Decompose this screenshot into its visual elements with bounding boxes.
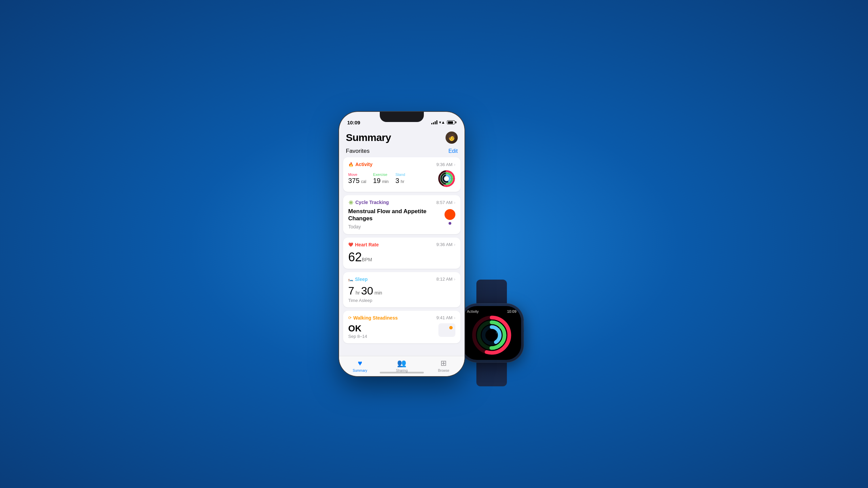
- cycle-title: Cycle Tracking: [355, 200, 389, 205]
- tab-sharing[interactable]: 👥 Sharing: [381, 359, 422, 372]
- heart-timestamp: 9:36 AM: [436, 242, 453, 247]
- walking-text: OK Sep 8–14: [348, 323, 367, 339]
- watch-time: 10:09: [507, 309, 516, 313]
- summary-tab-icon: ♥: [358, 359, 362, 368]
- svg-text:↑: ↑: [496, 331, 497, 335]
- heart-time: 9:36 AM ›: [436, 242, 455, 247]
- walking-card-header: ⟳ Walking Steadiness 9:41 AM ›: [348, 315, 455, 321]
- heart-chevron-icon: ›: [454, 242, 455, 247]
- cycle-card-header: ✳️ Cycle Tracking 8:57 AM ›: [348, 200, 455, 205]
- cycle-timestamp: 8:57 AM: [436, 200, 453, 205]
- sleep-min-unit: min: [373, 290, 382, 296]
- sleep-minutes-value: 30: [361, 285, 373, 297]
- status-time: 10:09: [347, 120, 360, 125]
- activity-time: 9:36 AM ›: [436, 162, 455, 167]
- sleep-value-row: 7 hr 30 min: [348, 285, 455, 297]
- watch-body: Activity 10:09: [459, 303, 524, 363]
- page-title: Summary: [346, 132, 391, 143]
- iphone-screen: 10:09 ▾▲ Summary 🧑: [339, 112, 465, 376]
- walking-time: 9:41 AM ›: [436, 315, 455, 320]
- sleep-icon: 🛏️: [348, 277, 353, 282]
- notch: [380, 112, 424, 122]
- activity-card-header: 🔥 Activity 9:36 AM ›: [348, 162, 455, 167]
- watch-container: Activity 10:09: [454, 280, 529, 369]
- walking-date-range: Sep 8–14: [348, 334, 367, 339]
- scene: 10:09 ▾▲ Summary 🧑: [339, 112, 529, 376]
- cycle-indicator: [445, 209, 455, 225]
- heart-rate-unit: BPM: [362, 257, 372, 262]
- watch-band-top: [476, 280, 507, 303]
- stand-metric: Stand 3 hr: [395, 172, 405, 185]
- sleep-time: 8:12 AM ›: [436, 277, 455, 282]
- activity-title: Activity: [355, 162, 373, 167]
- watch-screen: Activity 10:09: [462, 306, 521, 360]
- watch-status-bar: Activity 10:09: [462, 306, 521, 315]
- heart-card-header: ❤️ Heart Rate 9:36 AM ›: [348, 242, 455, 247]
- cycle-time: 8:57 AM ›: [436, 200, 455, 205]
- cycle-description: Menstrual Flow and Appetite Changes: [348, 208, 445, 222]
- heart-rate-value: 62: [348, 250, 362, 264]
- sleep-title-row: 🛏️ Sleep: [348, 277, 368, 282]
- walking-icon: ⟳: [348, 316, 352, 320]
- cycle-content: Menstrual Flow and Appetite Changes Toda…: [348, 208, 455, 230]
- tab-summary[interactable]: ♥ Summary: [339, 359, 381, 372]
- apple-watch: Activity 10:09: [454, 280, 529, 369]
- move-unit: cal: [361, 179, 366, 184]
- app-header: Summary 🧑: [339, 128, 465, 146]
- watch-crown: [523, 320, 524, 332]
- metrics-left: Move 375 cal Exercise 19 min: [348, 172, 405, 185]
- watch-app-name: Activity: [467, 309, 479, 313]
- status-icons: ▾▲: [431, 120, 456, 125]
- browse-tab-icon: ⊞: [440, 359, 447, 368]
- wifi-icon: ▾▲: [439, 120, 445, 125]
- sleep-chevron-icon: ›: [454, 277, 455, 282]
- sharing-tab-icon: 👥: [397, 359, 406, 368]
- sleep-title: Sleep: [355, 277, 368, 282]
- activity-card[interactable]: 🔥 Activity 9:36 AM › Move: [343, 157, 460, 192]
- favorites-label: Favorites: [346, 148, 370, 155]
- edit-button[interactable]: Edit: [448, 148, 458, 154]
- sleep-timestamp: 8:12 AM: [436, 277, 453, 282]
- heart-title: Heart Rate: [355, 242, 379, 247]
- activity-rings: [438, 170, 455, 187]
- browse-tab-label: Browse: [438, 369, 449, 372]
- battery-icon: [447, 120, 456, 124]
- heart-rate-card[interactable]: ❤️ Heart Rate 9:36 AM › 62BPM: [343, 238, 460, 269]
- flame-icon: 🔥: [348, 162, 354, 167]
- tab-browse[interactable]: ⊞ Browse: [423, 359, 465, 372]
- cycle-icon: ✳️: [348, 200, 354, 205]
- avatar[interactable]: 🧑: [446, 131, 458, 144]
- section-header: Favorites Edit: [339, 146, 465, 157]
- watch-activity-rings: → → ↑: [471, 315, 512, 355]
- svg-text:→: →: [497, 326, 501, 330]
- activity-title-row: 🔥 Activity: [348, 162, 373, 167]
- walking-title-row: ⟳ Walking Steadiness: [348, 315, 398, 321]
- watch-dots: [462, 359, 521, 360]
- exercise-value: 19: [373, 177, 380, 184]
- cycle-dot-large: [445, 209, 455, 220]
- activity-metrics: Move 375 cal Exercise 19 min: [348, 170, 455, 187]
- walking-chevron-icon: ›: [454, 315, 455, 320]
- activity-chevron-icon: ›: [454, 162, 455, 167]
- walking-timestamp: 9:41 AM: [436, 315, 453, 320]
- home-indicator: [380, 372, 424, 373]
- sleep-card-header: 🛏️ Sleep 8:12 AM ›: [348, 277, 455, 282]
- move-value: 375: [348, 177, 359, 184]
- stand-unit: hr: [401, 179, 405, 184]
- sleep-sublabel: Time Asleep: [348, 298, 455, 303]
- move-metric: Move 375 cal: [348, 172, 366, 185]
- cycle-card[interactable]: ✳️ Cycle Tracking 8:57 AM › Menstrual Fl…: [343, 195, 460, 234]
- scroll-content[interactable]: Summary 🧑 Favorites Edit 🔥 Activity: [339, 128, 465, 356]
- cycle-date: Today: [348, 224, 361, 229]
- sleep-card[interactable]: 🛏️ Sleep 8:12 AM › 7 hr 30 min Time Asle…: [343, 272, 460, 307]
- cycle-title-row: ✳️ Cycle Tracking: [348, 200, 389, 205]
- exercise-metric: Exercise 19 min: [373, 172, 389, 185]
- heart-icon: ❤️: [348, 242, 353, 247]
- walking-content: OK Sep 8–14: [348, 323, 455, 339]
- move-label: Move: [348, 172, 366, 177]
- heart-title-row: ❤️ Heart Rate: [348, 242, 379, 247]
- iphone: 10:09 ▾▲ Summary 🧑: [339, 112, 465, 376]
- walking-card[interactable]: ⟳ Walking Steadiness 9:41 AM › OK Sep 8–…: [343, 311, 460, 343]
- stand-value: 3: [395, 177, 399, 184]
- cycle-text: Menstrual Flow and Appetite Changes Toda…: [348, 208, 445, 230]
